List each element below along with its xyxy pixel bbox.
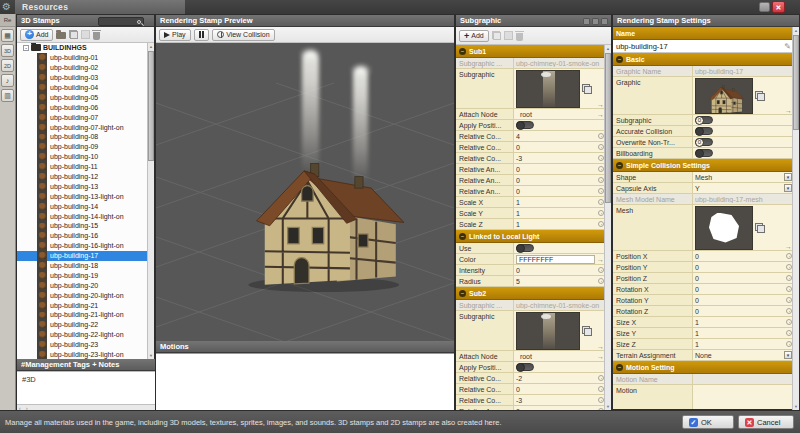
list-item[interactable]: ubp-building-03 <box>17 73 149 83</box>
text-input[interactable]: FFFFFFFF <box>516 255 595 264</box>
list-item[interactable]: ubp-building-21-light-on <box>17 310 149 320</box>
list-item[interactable]: ubp-building-13-light-on <box>17 191 149 201</box>
list-item[interactable]: ubp-building-02 <box>17 63 149 73</box>
toggle-switch[interactable]: 0 <box>695 138 713 146</box>
stamps-2d-icon[interactable]: 2D <box>1 59 14 72</box>
dropdown-icon[interactable]: ▾ <box>784 173 792 181</box>
window-close-button[interactable]: ✕ <box>772 1 785 13</box>
section-header[interactable]: –Simple Collision Settings <box>613 159 794 172</box>
sound-icon[interactable]: ♪ <box>1 74 14 87</box>
list-item[interactable]: ubp-building-08 <box>17 132 149 142</box>
dropdown-icon[interactable]: ▾ <box>784 184 792 192</box>
list-item[interactable]: ubp-building-16-light-on <box>17 241 149 251</box>
settings-scrollbar[interactable]: ▲ ▼ <box>792 27 799 410</box>
save-icon[interactable] <box>81 30 90 39</box>
toggle-switch[interactable] <box>695 127 713 135</box>
stamps-3d-icon[interactable]: 3D <box>1 44 14 57</box>
list-item[interactable]: ubp-building-19 <box>17 270 149 280</box>
add-subgraphic-button[interactable]: +Add <box>459 30 489 42</box>
list-item[interactable]: ubp-building-07-light-on <box>17 122 149 132</box>
property-row: Terrain AssignmentNone▾ <box>613 350 794 361</box>
list-item[interactable]: ubp-building-01 <box>17 53 149 63</box>
toggle-switch[interactable] <box>516 244 534 252</box>
trash-icon[interactable] <box>516 33 523 41</box>
panel-float-icon[interactable] <box>592 18 599 25</box>
toggle-switch[interactable] <box>516 121 534 129</box>
toggle-knob <box>695 149 704 158</box>
list-item[interactable]: ubp-building-04 <box>17 83 149 93</box>
link-arrow-icon[interactable]: → <box>597 343 604 350</box>
list-item[interactable]: ubp-building-17 <box>17 251 149 261</box>
stamp-name-input[interactable]: ubp-building-17 ✎ <box>613 40 794 53</box>
sidebar-collapsed-tab[interactable]: Re <box>0 14 15 27</box>
dropdown-icon[interactable]: ▾ <box>784 351 792 359</box>
link-arrow-icon[interactable]: → <box>785 107 792 114</box>
stamp-link-icon[interactable] <box>582 84 592 94</box>
property-label: Relative An... <box>456 186 514 196</box>
list-item[interactable]: ubp-building-13 <box>17 181 149 191</box>
stamp-link-icon[interactable] <box>755 91 765 101</box>
save-icon[interactable] <box>504 31 513 40</box>
stamp-search-input[interactable] <box>98 17 144 26</box>
list-item[interactable]: ubp-building-16 <box>17 231 149 241</box>
model-box-icon[interactable]: ▦ <box>1 29 14 42</box>
duplicate-icon[interactable] <box>69 30 78 39</box>
link-arrow-icon[interactable]: → <box>597 353 604 360</box>
section-header[interactable]: –Linked to Local Light <box>456 230 606 243</box>
link-arrow-icon[interactable]: → <box>597 256 604 263</box>
property-label: Position X <box>613 251 693 261</box>
link-arrow-icon[interactable]: → <box>597 101 604 108</box>
preview-viewport[interactable] <box>156 43 454 341</box>
ok-button[interactable]: ✓OK <box>682 415 734 429</box>
view-collision-button[interactable]: View Collision <box>212 29 274 41</box>
list-item[interactable]: ubp-building-12 <box>17 172 149 182</box>
list-item[interactable]: ubp-building-22-light-on <box>17 330 149 340</box>
stamp-link-icon[interactable] <box>582 326 592 336</box>
play-button[interactable]: Play <box>159 29 191 41</box>
stamp-tree-scrollbar[interactable]: ▲ ▼ <box>147 43 154 359</box>
collapse-toggle-icon[interactable]: - <box>23 45 29 51</box>
list-item[interactable]: ubp-building-20 <box>17 280 149 290</box>
list-item[interactable]: ubp-building-05 <box>17 92 149 102</box>
building-thumb-icon <box>37 53 47 63</box>
list-item[interactable]: ubp-building-14 <box>17 201 149 211</box>
movie-icon[interactable]: ▥ <box>1 89 14 102</box>
add-stamp-button[interactable]: +Add <box>20 29 53 41</box>
subgraphic-scrollbar[interactable]: ▲ ▼ <box>604 45 611 410</box>
panel-pin-icon[interactable] <box>583 18 590 25</box>
toggle-switch[interactable] <box>516 363 534 371</box>
copy-icon[interactable] <box>492 31 501 40</box>
list-item[interactable]: ubp-building-14-light-on <box>17 211 149 221</box>
list-item[interactable]: ubp-building-09 <box>17 142 149 152</box>
new-folder-icon[interactable] <box>56 32 66 39</box>
list-item[interactable]: ubp-building-06 <box>17 102 149 112</box>
list-item[interactable]: ubp-building-21 <box>17 300 149 310</box>
section-header[interactable]: –Sub1 <box>456 45 606 58</box>
toggle-switch[interactable] <box>695 149 713 157</box>
stamp-link-icon[interactable] <box>755 223 765 233</box>
list-item[interactable]: ubp-building-22 <box>17 320 149 330</box>
window-restore-button[interactable] <box>759 2 770 12</box>
panel-close-icon[interactable] <box>601 18 608 25</box>
list-item[interactable]: ubp-building-23 <box>17 340 149 350</box>
link-arrow-icon[interactable]: → <box>785 243 792 250</box>
section-header[interactable]: –Basic <box>613 53 794 66</box>
list-item[interactable]: ubp-building-11 <box>17 162 149 172</box>
trash-icon[interactable] <box>93 32 100 40</box>
section-header[interactable]: –Motion Setting <box>613 361 794 374</box>
list-item[interactable]: ubp-building-23-light-on <box>17 350 149 359</box>
motions-list[interactable] <box>156 353 454 410</box>
link-arrow-icon[interactable]: → <box>597 111 604 118</box>
cancel-button[interactable]: ✕Cancel <box>738 415 794 429</box>
tree-folder-row[interactable]: -BUILDINHGS <box>17 43 149 53</box>
list-item[interactable]: ubp-building-07 <box>17 112 149 122</box>
pause-button[interactable] <box>194 29 210 41</box>
tags-notes-area[interactable]: #3D <box>17 371 155 404</box>
property-value: ubp-building-17-mesh <box>695 196 792 203</box>
list-item[interactable]: ubp-building-20-light-on <box>17 290 149 300</box>
list-item[interactable]: ubp-building-15 <box>17 221 149 231</box>
list-item[interactable]: ubp-building-18 <box>17 261 149 271</box>
section-header[interactable]: –Sub2 <box>456 287 606 300</box>
toggle-switch[interactable]: 0 <box>695 116 713 124</box>
list-item[interactable]: ubp-building-10 <box>17 152 149 162</box>
